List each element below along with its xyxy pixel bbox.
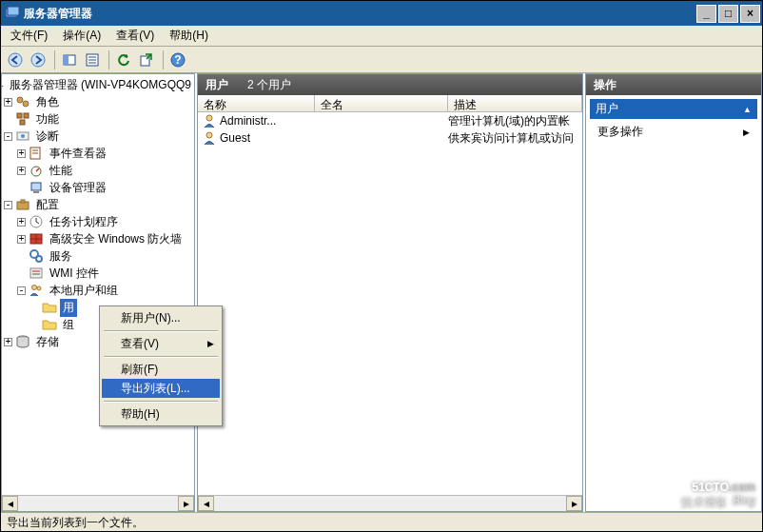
- svg-rect-1: [8, 7, 19, 15]
- forward-button[interactable]: [28, 49, 49, 70]
- tree-diag[interactable]: -诊断: [2, 128, 194, 145]
- column-headers: 名称 全名 描述: [198, 95, 582, 112]
- status-text: 导出当前列表到一个文件。: [7, 516, 144, 529]
- list-body: 名称 全名 描述 Administr... 管理计算机(域)的内置帐 Guest…: [198, 95, 582, 495]
- menu-view[interactable]: 查看(V): [108, 26, 162, 46]
- toolbar: ?: [1, 47, 762, 73]
- ctx-separator: [104, 356, 218, 357]
- scroll-track[interactable]: [18, 496, 178, 511]
- ctx-refresh[interactable]: 刷新(F): [102, 360, 220, 379]
- scroll-left-button[interactable]: ◂: [2, 496, 18, 511]
- tree[interactable]: 服务器管理器 (WIN-VP4KOMGQQ9 +角色 功能 -诊断 +事件查看器…: [2, 74, 194, 495]
- actions-pane: 操作 用户 ▲ 更多操作 ▶: [585, 73, 762, 512]
- tree-advfw[interactable]: +高级安全 Windows 防火墙: [2, 230, 194, 247]
- tree-devmgr[interactable]: 设备管理器: [2, 179, 194, 196]
- svg-rect-19: [20, 120, 25, 125]
- tree-roles[interactable]: +角色: [2, 93, 194, 110]
- users-group-icon: [29, 283, 44, 298]
- show-hide-button[interactable]: [59, 49, 80, 70]
- tree-features[interactable]: 功能: [2, 110, 194, 128]
- app-window: 服务器管理器 _ □ × 文件(F) 操作(A) 查看(V) 帮助(H) ? 服…: [0, 0, 763, 532]
- body: 服务器管理器 (WIN-VP4KOMGQQ9 +角色 功能 -诊断 +事件查看器…: [1, 73, 762, 512]
- chevron-right-icon: ▶: [743, 128, 750, 137]
- scroll-right-button[interactable]: ▸: [178, 496, 194, 511]
- chevron-right-icon: ▶: [207, 339, 214, 348]
- actions-group-header[interactable]: 用户 ▲: [590, 99, 757, 120]
- list-title: 用户: [205, 77, 228, 93]
- list-header: 用户 2 个用户: [198, 74, 582, 95]
- perf-icon: [29, 163, 44, 178]
- actions-header: 操作: [586, 74, 761, 95]
- separator: [108, 50, 109, 69]
- tree-services[interactable]: 服务: [2, 247, 194, 265]
- list-row[interactable]: Administr... 管理计算机(域)的内置帐: [198, 112, 582, 129]
- firewall-icon: [29, 231, 44, 246]
- scroll-track[interactable]: [214, 496, 566, 511]
- collapse-icon: ▲: [743, 105, 752, 114]
- svg-rect-39: [30, 268, 42, 278]
- scroll-left-button[interactable]: ◂: [198, 496, 214, 511]
- actions-more[interactable]: 更多操作 ▶: [590, 120, 757, 144]
- refresh-button[interactable]: [113, 49, 134, 70]
- list-row[interactable]: Guest 供来宾访问计算机或访问: [198, 129, 582, 147]
- back-button[interactable]: [5, 49, 26, 70]
- roles-icon: [15, 94, 30, 109]
- user-icon: [202, 113, 217, 128]
- app-icon: [5, 6, 20, 21]
- tree-config[interactable]: -配置: [2, 196, 194, 213]
- menu-action[interactable]: 操作(A): [55, 26, 108, 46]
- menu-file[interactable]: 文件(F): [3, 26, 55, 46]
- col-name[interactable]: 名称: [198, 95, 315, 111]
- folder-icon: [42, 317, 57, 332]
- col-desc[interactable]: 描述: [448, 95, 582, 111]
- svg-rect-5: [64, 55, 68, 65]
- svg-rect-28: [33, 191, 39, 193]
- window-title: 服务器管理器: [24, 6, 696, 22]
- scroll-right-button[interactable]: ▸: [566, 496, 582, 511]
- ctx-export[interactable]: 导出列表(L)...: [102, 379, 220, 398]
- tree-hscroll[interactable]: ◂ ▸: [2, 495, 194, 511]
- svg-point-38: [36, 256, 42, 262]
- menu-help[interactable]: 帮助(H): [162, 26, 216, 46]
- svg-point-42: [32, 286, 37, 290]
- svg-point-16: [23, 101, 29, 107]
- server-icon: [2, 77, 4, 92]
- svg-rect-17: [17, 113, 22, 118]
- col-fullname[interactable]: 全名: [315, 95, 448, 111]
- minimize-button[interactable]: _: [696, 5, 716, 23]
- tree-tasksched[interactable]: +任务计划程序: [2, 213, 194, 230]
- context-menu: 新用户(N)... 查看(V)▶ 刷新(F) 导出列表(L)... 帮助(H): [99, 305, 223, 426]
- ctx-separator: [104, 330, 218, 331]
- storage-icon: [15, 334, 30, 349]
- tree-root[interactable]: 服务器管理器 (WIN-VP4KOMGQQ9: [2, 76, 194, 93]
- folder-icon: [42, 300, 57, 315]
- ctx-help[interactable]: 帮助(H): [102, 404, 220, 424]
- help-button[interactable]: ?: [167, 49, 188, 70]
- separator: [163, 50, 164, 69]
- svg-text:?: ?: [174, 53, 181, 67]
- wmi-icon: [29, 266, 44, 281]
- menubar: 文件(F) 操作(A) 查看(V) 帮助(H): [1, 26, 762, 47]
- titlebar[interactable]: 服务器管理器 _ □ ×: [1, 1, 762, 26]
- ctx-view[interactable]: 查看(V)▶: [102, 334, 220, 353]
- close-button[interactable]: ×: [740, 5, 760, 23]
- tree-evtviewer[interactable]: +事件查看器: [2, 145, 194, 162]
- maximize-button[interactable]: □: [718, 5, 738, 23]
- tree-wmi[interactable]: WMI 控件: [2, 265, 194, 282]
- svg-point-21: [21, 134, 25, 138]
- svg-point-15: [17, 97, 23, 103]
- export-button[interactable]: [136, 49, 157, 70]
- config-icon: [15, 197, 30, 212]
- svg-point-3: [31, 53, 45, 67]
- list-hscroll[interactable]: ◂ ▸: [198, 495, 582, 511]
- clock-icon: [29, 214, 44, 229]
- properties-button[interactable]: [82, 49, 103, 70]
- svg-point-45: [206, 115, 212, 121]
- ctx-new-user[interactable]: 新用户(N)...: [102, 308, 220, 327]
- list-pane: 用户 2 个用户 名称 全名 描述 Administr... 管理计算机(域)的…: [197, 73, 583, 512]
- svg-point-46: [206, 132, 212, 138]
- services-icon: [29, 248, 44, 264]
- tree-perf[interactable]: +性能: [2, 162, 194, 179]
- features-icon: [15, 111, 30, 127]
- tree-lusrmgr[interactable]: -本地用户和组: [2, 282, 194, 299]
